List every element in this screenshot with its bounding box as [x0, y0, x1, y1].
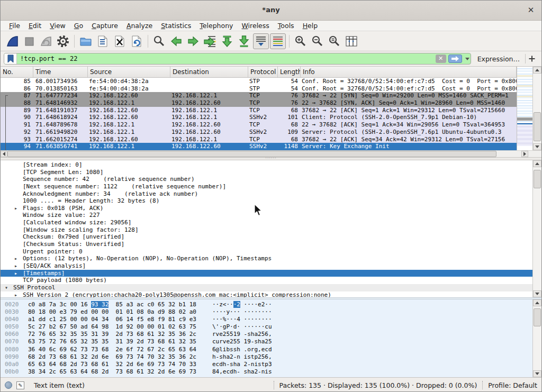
detail-row[interactable]: Window size value: 227 [1, 212, 532, 219]
menu-file[interactable]: File [5, 21, 24, 30]
scroll-thumb[interactable] [534, 112, 541, 141]
reload-file-icon[interactable] [129, 33, 144, 49]
detail-row[interactable]: Acknowledgment number: 34 (relative ack … [1, 190, 532, 198]
tree-right-icon[interactable]: ▸ [14, 291, 23, 297]
scroll-up-icon[interactable] [533, 299, 541, 306]
open-file-icon[interactable] [78, 33, 94, 49]
menu-go[interactable]: Go [70, 21, 87, 30]
menu-analyze[interactable]: Analyze [122, 21, 157, 30]
menu-help[interactable]: Help [299, 21, 322, 30]
menu-statistics[interactable]: Statistics [157, 21, 195, 30]
detail-row[interactable]: [Checksum Status: Unverified] [1, 241, 532, 248]
scroll-up-icon[interactable] [533, 67, 541, 74]
scroll-track[interactable] [533, 74, 541, 143]
previous-packet-icon[interactable] [168, 33, 184, 49]
detail-row[interactable]: 1000 .... = Header Length: 32 bytes (8) [1, 197, 532, 205]
add-filter-button[interactable] [526, 53, 538, 65]
packet-row[interactable]: 9471.663856741192.168.122.1192.168.122.6… [1, 143, 517, 150]
scroll-track[interactable] [533, 167, 541, 290]
tree-down-icon[interactable]: ▾ [5, 284, 13, 291]
hex-row[interactable]: 00a065 63 64 68 2d 73 68 61 32 2d 6e 69 … [1, 361, 532, 368]
save-file-icon[interactable] [95, 33, 111, 49]
scroll-track[interactable] [533, 306, 541, 370]
scroll-thumb[interactable] [534, 170, 541, 188]
menu-edit[interactable]: Edit [24, 21, 46, 30]
column-header-destination[interactable]: Destination [170, 67, 248, 77]
menu-tools[interactable]: Tools [274, 21, 299, 30]
expert-info-icon[interactable] [5, 381, 12, 389]
column-header-time[interactable]: Time [33, 67, 88, 77]
detail-row[interactable]: [Window size scaling factor: 128] [1, 226, 532, 234]
resize-columns-icon[interactable] [344, 33, 359, 49]
detail-row[interactable]: [TCP Segment Len: 1080] [1, 169, 532, 176]
tree-right-icon[interactable]: ▸ [14, 262, 23, 270]
menu-telephony[interactable]: Telephony [195, 21, 237, 30]
colorize-icon[interactable] [270, 33, 286, 49]
expression-button[interactable]: Expression… [471, 55, 525, 63]
detail-row[interactable]: [Stream index: 0] [1, 161, 532, 169]
menu-capture[interactable]: Capture [87, 21, 122, 30]
detail-row[interactable]: [Next sequence number: 1122 (relative se… [1, 183, 532, 190]
scroll-up-icon[interactable] [533, 160, 541, 167]
filter-apply-icon[interactable] [448, 54, 462, 63]
find-packet-icon[interactable] [151, 33, 167, 49]
scroll-down-icon[interactable] [533, 143, 541, 150]
capture-comment-icon[interactable] [16, 381, 24, 389]
column-header-protocol[interactable]: Protocol [248, 67, 278, 77]
packet-list-vscrollbar[interactable] [532, 67, 541, 150]
packet-row[interactable]: 8971.648191037192.168.122.60192.168.122.… [1, 107, 517, 114]
column-header-length[interactable]: Length [278, 67, 301, 77]
zoom-reset-icon[interactable] [327, 33, 342, 49]
detail-row[interactable]: ▸Options: (12 bytes), No-Operation (NOP)… [1, 255, 532, 262]
capture-options-icon[interactable] [55, 33, 71, 49]
menu-wireless[interactable]: Wireless [238, 21, 274, 30]
packet-row[interactable]: 9171.648789678192.168.122.1192.168.122.6… [1, 121, 517, 129]
hex-row[interactable]: 00505c 27 b2 67 50 ad 64 98 1d 92 00 00 … [1, 323, 532, 331]
autoscroll-icon[interactable] [253, 33, 269, 49]
filter-text[interactable]: !tcp.port == 22 [17, 55, 436, 62]
detail-row[interactable]: Checksum: 0x79ed [unverified] [1, 233, 532, 241]
scroll-thumb[interactable] [534, 308, 541, 326]
hex-row[interactable]: 009068 2d 73 68 61 32 2d 6e 69 73 74 70 … [1, 353, 532, 361]
filter-clear-icon[interactable]: ✕ [436, 54, 446, 63]
restart-capture-icon[interactable] [38, 33, 54, 49]
detail-row[interactable]: ▸[Timestamps] [1, 270, 532, 277]
hex-row[interactable]: 008036 40 6c 69 62 73 73 68 2e 6f 72 67 … [1, 346, 532, 353]
detail-row[interactable]: ▸Flags: 0x018 (PSH, ACK) [1, 205, 532, 212]
tree-right-icon[interactable]: ▸ [14, 205, 23, 212]
hex-row[interactable]: 003080 18 00 e3 79 ed 00 00 01 01 08 0a … [1, 308, 532, 316]
hex-row[interactable]: 007063 75 72 76 65 32 35 35 31 39 2d 73 … [1, 338, 532, 345]
stop-capture-icon[interactable] [21, 33, 37, 49]
packet-row[interactable]: 8771.647777234192.168.122.60192.168.122.… [1, 92, 517, 99]
packet-row[interactable]: 9271.661949820192.168.122.1192.168.122.6… [1, 129, 517, 136]
tree-right-icon[interactable]: ▸ [14, 270, 23, 277]
hex-row[interactable]: 00b038 34 2c 65 63 64 68 2d 73 68 61 32 … [1, 368, 532, 376]
close-file-icon[interactable] [112, 33, 128, 49]
packet-row[interactable]: 9371.662015274192.168.122.60192.168.122.… [1, 136, 517, 143]
column-header-no[interactable]: No. [1, 67, 33, 77]
packet-row[interactable]: 8568.001734936fe:54:00:d4:38:2aSTP54Conf… [1, 78, 517, 85]
bytes-vscrollbar[interactable] [532, 299, 541, 377]
detail-row[interactable]: Urgent pointer: 0 [1, 248, 532, 256]
start-capture-icon[interactable] [4, 33, 20, 49]
zoom-out-icon[interactable] [310, 33, 326, 49]
last-packet-icon[interactable] [236, 33, 252, 49]
hex-row[interactable]: 0020c0 a8 7a 3c 00 16 93 32 85 a3 ac c0 … [1, 301, 532, 308]
scroll-down-icon[interactable] [533, 370, 541, 377]
column-header-info[interactable]: Info [301, 67, 517, 77]
column-header-source[interactable]: Source [88, 67, 170, 77]
packet-row[interactable]: 8871.648146932192.168.122.1192.168.122.6… [1, 99, 517, 107]
first-packet-icon[interactable] [219, 33, 235, 49]
details-vscrollbar[interactable] [532, 160, 541, 297]
scroll-down-icon[interactable] [533, 290, 541, 297]
status-profile[interactable]: Profile: Default [488, 381, 537, 389]
detail-row[interactable]: ▾SSH Protocol [1, 284, 532, 291]
detail-row[interactable]: TCP payload (1080 bytes) [1, 277, 532, 284]
detail-row[interactable]: ▸SSH Version 2 (encryption:chacha20-poly… [1, 291, 532, 297]
filter-bookmark-icon[interactable] [4, 53, 17, 64]
menu-view[interactable]: View [46, 21, 70, 30]
zoom-in-icon[interactable] [293, 33, 309, 49]
title-bar[interactable]: *any ✕ [1, 1, 541, 21]
hex-row[interactable]: 006072 76 65 32 35 35 31 39 2d 73 68 61 … [1, 331, 532, 338]
detail-row[interactable]: Sequence number: 42 (relative sequence n… [1, 176, 532, 183]
